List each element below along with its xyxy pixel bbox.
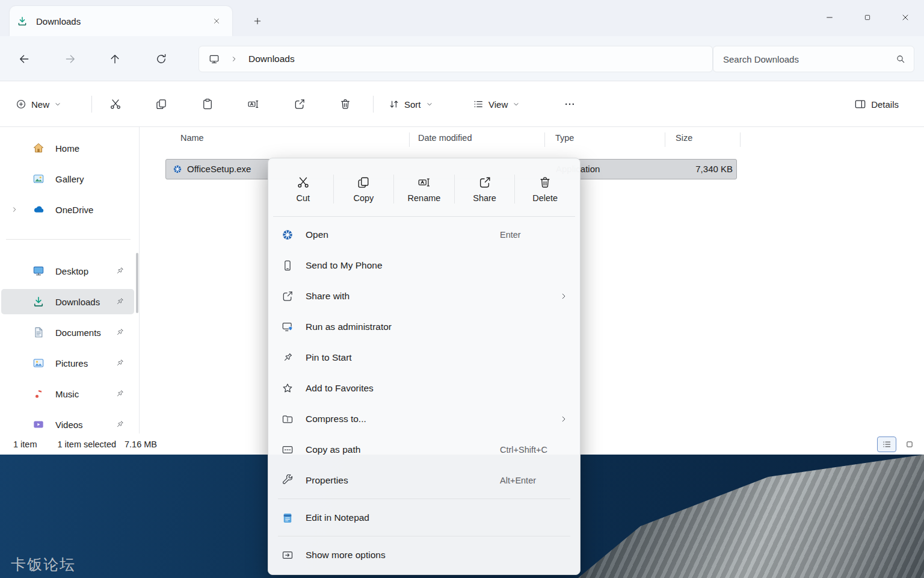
sort-button[interactable]: Sort [384, 92, 438, 116]
refresh-button[interactable] [148, 46, 174, 72]
sidebar-item-pictures[interactable]: Pictures [1, 350, 134, 376]
file-name: OfficeSetup.exe [187, 164, 251, 174]
sidebar-item-label: Documents [55, 328, 101, 338]
search-input[interactable] [722, 54, 896, 65]
tab-downloads[interactable]: Downloads [10, 6, 232, 36]
back-button[interactable] [11, 46, 37, 72]
menu-item-compress-to[interactable]: Compress to... [272, 403, 576, 434]
details-view-toggle[interactable] [877, 437, 896, 452]
close-button[interactable] [886, 0, 924, 35]
large-icons-view-toggle[interactable] [900, 437, 919, 452]
sidebar-scrollbar[interactable] [136, 253, 138, 313]
sidebar-item-desktop[interactable]: Desktop [1, 258, 134, 284]
quick-action-label: Share [473, 193, 496, 203]
phone-icon [282, 259, 294, 272]
menu-item-label: Edit in Notepad [306, 512, 369, 523]
search-icon[interactable] [896, 54, 905, 64]
delete-icon [538, 176, 552, 189]
menu-item-edit-in-notepad[interactable]: Edit in Notepad [272, 502, 576, 533]
share-icon [478, 176, 491, 189]
column-resize-handle[interactable] [665, 132, 665, 147]
column-resize-handle[interactable] [740, 132, 741, 147]
share-button[interactable] [286, 92, 313, 116]
sidebar-item-onedrive[interactable]: OneDrive [1, 197, 134, 222]
rename-icon [417, 176, 431, 189]
column-header-name[interactable]: Name [180, 133, 204, 143]
column-headers: Name Date modified Type Size [140, 127, 924, 151]
column-header-type[interactable]: Type [555, 133, 574, 143]
search-box[interactable] [713, 46, 914, 72]
minimize-button[interactable] [810, 0, 848, 35]
quick-cut-button[interactable]: Cut [273, 162, 333, 216]
share-icon [294, 98, 306, 110]
submenu-chevron-icon [559, 292, 568, 300]
menu-item-label: Copy as path [306, 444, 360, 455]
menu-item-add-to-favorites[interactable]: Add to Favorites [272, 373, 576, 403]
pin-icon [115, 266, 125, 276]
column-header-size[interactable]: Size [676, 133, 692, 143]
delete-button[interactable] [332, 92, 359, 116]
copy-button[interactable] [148, 92, 174, 116]
maximize-button[interactable] [848, 0, 886, 35]
breadcrumb-downloads[interactable]: Downloads [248, 54, 295, 64]
menu-item-share-with[interactable]: Share with [272, 281, 576, 311]
column-resize-handle[interactable] [409, 132, 410, 147]
menu-item-label: Compress to... [306, 414, 366, 424]
sidebar-item-label: Videos [55, 420, 83, 430]
documents-icon [32, 326, 45, 338]
menu-item-pin-to-start[interactable]: Pin to Start [272, 342, 576, 373]
toolbar-separator [91, 96, 92, 113]
paste-button[interactable] [194, 92, 221, 116]
menu-item-run-as-administrator[interactable]: Run as administrator [272, 311, 576, 342]
rename-button[interactable] [240, 92, 266, 116]
see-more-button[interactable] [556, 92, 583, 116]
new-button[interactable]: New [12, 92, 65, 116]
sidebar-item-gallery[interactable]: Gallery [1, 166, 134, 191]
view-button[interactable]: View [468, 92, 525, 116]
menu-item-copy-as-path[interactable]: Copy as path Ctrl+Shift+C [272, 434, 576, 465]
address-bar[interactable]: Downloads [199, 46, 713, 72]
sidebar-item-documents[interactable]: Documents [1, 320, 134, 345]
quick-action-label: Delete [532, 193, 558, 203]
officesetup-icon [282, 229, 294, 241]
star-icon [282, 382, 294, 394]
menu-item-properties[interactable]: Properties Alt+Enter [272, 465, 576, 496]
paste-icon [202, 98, 214, 110]
forward-button[interactable] [57, 46, 84, 72]
quick-copy-button[interactable]: Copy [334, 162, 394, 216]
tab-close-button[interactable] [208, 13, 225, 30]
menu-item-label: Send to My Phone [306, 260, 383, 271]
sidebar-item-label: Pictures [55, 358, 88, 368]
column-resize-handle[interactable] [544, 132, 545, 147]
plus-icon [253, 16, 262, 26]
sidebar-item-music[interactable]: Music [1, 381, 134, 406]
quick-rename-button[interactable]: Rename [394, 162, 454, 216]
column-header-date-modified[interactable]: Date modified [418, 133, 472, 143]
sidebar: Home Gallery OneDrive Desktop [0, 127, 140, 434]
minimize-icon [825, 13, 834, 22]
this-pc-icon[interactable] [209, 54, 220, 64]
cut-icon [297, 176, 310, 189]
menu-item-label: Pin to Start [306, 352, 352, 363]
menu-item-open[interactable]: Open Enter [272, 219, 576, 250]
menu-item-label: Run as administrator [306, 322, 392, 332]
new-tab-button[interactable] [248, 11, 267, 31]
quick-share-button[interactable]: Share [455, 162, 515, 216]
screen: 卡饭论坛 Downloads [0, 0, 924, 578]
details-button[interactable]: Details [849, 92, 908, 116]
file-size: 7,340 KB [648, 164, 733, 174]
chevron-right-icon[interactable] [11, 206, 18, 213]
quick-action-label: Cut [297, 193, 310, 203]
sort-icon [389, 99, 399, 110]
quick-delete-button[interactable]: Delete [515, 162, 575, 216]
sidebar-item-home[interactable]: Home [1, 135, 134, 161]
up-button[interactable] [102, 46, 128, 72]
sidebar-item-downloads[interactable]: Downloads [1, 289, 134, 314]
menu-item-show-more-options[interactable]: Show more options [272, 539, 576, 570]
sidebar-item-label: Desktop [55, 266, 88, 276]
selection-summary: 1 item selected [58, 440, 117, 449]
rename-icon [247, 98, 259, 110]
cut-button[interactable] [102, 92, 129, 116]
close-icon [212, 17, 221, 25]
menu-item-send-to-my-phone[interactable]: Send to My Phone [272, 250, 576, 281]
